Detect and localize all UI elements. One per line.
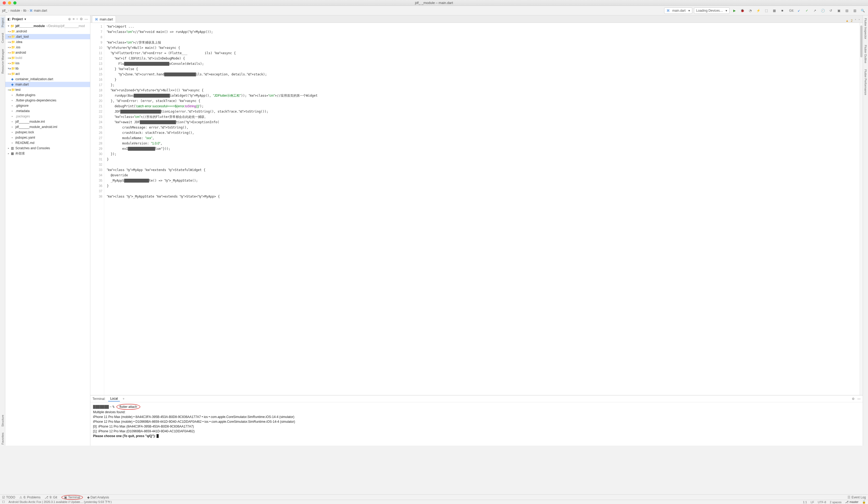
tree-item[interactable]: ◆main.dart xyxy=(5,82,90,87)
main-split: Project Commit Resource Manager Structur… xyxy=(0,15,868,445)
editor-gutter[interactable]: 1789101112131415161718192021222324252627… xyxy=(90,23,104,395)
bottom-tab-problems[interactable]: ⚠ 6: Problems xyxy=(19,495,40,499)
tree-item[interactable]: ▸▸📁.idea xyxy=(5,39,90,45)
avs-icon-2[interactable]: ▤ xyxy=(844,8,850,14)
tree-item[interactable]: ▫.flutter-plugins-dependencies xyxy=(5,98,90,103)
left-tab-resource-manager[interactable]: Resource Manager xyxy=(1,48,5,75)
tree-item[interactable]: ▫.gitignore xyxy=(5,103,90,108)
hide-icon[interactable]: — xyxy=(84,17,88,21)
editor-tabs: ⌘main.dart ▲ 2 ˄ ˅ xyxy=(90,15,863,23)
run-config-combo[interactable]: ⌘main.dart▾ xyxy=(664,8,692,14)
bottom-tab-terminal[interactable]: ▣ Terminal xyxy=(61,495,83,500)
locate-icon[interactable]: ⊕ xyxy=(68,17,71,21)
run-config-label: main.dart xyxy=(672,9,686,12)
search-icon[interactable]: 🔍 xyxy=(859,8,866,14)
tree-item[interactable]: ▫jdf______module_android.iml xyxy=(5,124,90,129)
next-highlight-icon[interactable]: ˅ xyxy=(858,19,860,23)
bottom-tab-todo[interactable]: ☑ TODO xyxy=(2,495,15,499)
traffic-lights xyxy=(3,1,17,4)
breadcrumb-segment[interactable]: jdf_ xyxy=(2,9,7,12)
tree-item[interactable]: ▸▸📁.dart_tool xyxy=(5,34,90,39)
git-branch[interactable]: ⎇ master xyxy=(845,500,858,504)
bottom-tool-tabs: ☑ TODO ⚠ 6: Problems ⎇ 9: Git ▣ Terminal… xyxy=(0,494,868,500)
breadcrumb-segment[interactable]: main.dart xyxy=(34,9,47,12)
tree-item[interactable]: ▸▸📁act xyxy=(5,71,90,76)
settings-icon[interactable]: ⚙ xyxy=(80,17,83,21)
terminal-settings-icon[interactable]: ⚙ xyxy=(852,397,855,401)
tree-item[interactable]: ◆container_initialization.dart xyxy=(5,76,90,82)
vcs-push-icon[interactable]: ↗ xyxy=(812,8,818,14)
left-tab-project[interactable]: Project xyxy=(1,17,5,28)
device-combo[interactable]: Loading Devices…▾ xyxy=(694,8,730,14)
window-title: jdf_ _module – main.dart xyxy=(415,1,453,5)
vcs-rollback-icon[interactable]: ↺ xyxy=(828,8,834,14)
collapse-icon[interactable]: ÷ xyxy=(76,17,78,21)
code-content[interactable]: "kw">import ... "kw">class="cm">//"kw">v… xyxy=(104,23,863,395)
prev-highlight-icon[interactable]: ˄ xyxy=(855,19,856,23)
editor-tab-label: main.dart xyxy=(100,18,113,21)
vcs-history-icon[interactable]: 🕘 xyxy=(820,8,826,14)
bottom-tab-dart-analysis[interactable]: ◆ Dart Analysis xyxy=(87,495,109,499)
tree-item[interactable]: ▸▸📁test xyxy=(5,87,90,92)
stop-button[interactable]: ■ xyxy=(779,8,785,14)
breadcrumb-segment[interactable]: nodule xyxy=(10,9,20,12)
tree-item[interactable]: ▸▸📁android xyxy=(5,50,90,55)
left-tab-structure[interactable]: Structure xyxy=(1,414,5,428)
vcs-commit-icon[interactable]: ✓ xyxy=(804,8,810,14)
terminal-hide-icon[interactable]: — xyxy=(857,397,860,401)
tree-item[interactable]: ▸▸📁.android xyxy=(5,29,90,34)
tree-item[interactable]: ▫pubspec.lock xyxy=(5,129,90,135)
tree-item[interactable]: ▫jdf______module.iml xyxy=(5,119,90,124)
right-tab-outline[interactable]: Flutter Outline xyxy=(864,44,868,64)
file-encoding[interactable]: UTF-8 xyxy=(818,501,826,504)
editor-scrollbar[interactable] xyxy=(859,23,863,395)
line-separator[interactable]: LF xyxy=(810,501,814,504)
tree-root[interactable]: ▼📁jdf________module ~/Desktop/jdf_______… xyxy=(5,23,90,29)
coverage-button[interactable]: ◔ xyxy=(747,8,753,14)
terminal-body[interactable]: ███████ ~ % flutter attachMultiple devic… xyxy=(90,402,863,445)
run-button[interactable]: ▶ xyxy=(731,8,737,14)
tree-item[interactable]: ▸▸📁ios xyxy=(5,61,90,66)
vcs-update-icon[interactable]: ↙ xyxy=(796,8,802,14)
zoom-window-icon[interactable] xyxy=(13,1,17,4)
tree-item[interactable]: ▫.metadata xyxy=(5,108,90,114)
bottom-tab-event-log[interactable]: ☷ Event Log xyxy=(848,495,866,499)
editor-inspection-widget[interactable]: ▲ 2 ˄ ˅ xyxy=(845,19,860,23)
terminal-header: Terminal: Local + ⚙ — xyxy=(90,396,863,402)
expand-icon[interactable]: ≡ xyxy=(73,17,75,21)
status-bar: ☐ Android Studio Arctic Fox | 2020.3.1 a… xyxy=(0,500,868,504)
tree-item[interactable]: ▸▸📁build xyxy=(5,55,90,61)
indent-indicator[interactable]: 2 spaces xyxy=(830,501,841,504)
project-tree[interactable]: ▼📁jdf________module ~/Desktop/jdf_______… xyxy=(5,23,90,445)
tree-item[interactable]: ▫README.md xyxy=(5,140,90,146)
lock-icon[interactable]: 🔒 xyxy=(862,500,866,504)
right-tab-inspector[interactable]: Flutter Inspector xyxy=(864,17,868,40)
minimize-window-icon[interactable] xyxy=(8,1,11,4)
tree-item[interactable]: ▼▸📁lib xyxy=(5,66,90,71)
hot-reload-button[interactable]: ⚡ xyxy=(755,8,762,14)
tree-scratches[interactable]: ▸▥Scratches and Consoles xyxy=(5,146,90,151)
terminal-tab-local[interactable]: Local xyxy=(108,396,120,401)
editor-body[interactable]: 1789101112131415161718192021222324252627… xyxy=(90,23,863,395)
caret-position[interactable]: 1:1 xyxy=(803,501,807,504)
avs-icon-1[interactable]: ▣ xyxy=(836,8,842,14)
debug-button[interactable]: 🐞 xyxy=(739,8,745,14)
editor-tab-main[interactable]: ⌘main.dart xyxy=(92,16,116,23)
left-tab-favorites[interactable]: Favorites xyxy=(1,431,5,445)
terminal-add-tab[interactable]: + xyxy=(123,397,124,401)
tree-item[interactable]: ▸▸📁.ios xyxy=(5,45,90,50)
breadcrumb-segment[interactable]: lib xyxy=(23,9,26,12)
attach-button[interactable]: ⬚ xyxy=(763,8,769,14)
bottom-tab-git[interactable]: ⎇ 9: Git xyxy=(45,495,57,499)
profiler-button[interactable]: ▦ xyxy=(771,8,777,14)
left-tab-commit[interactable]: Commit xyxy=(1,32,5,44)
close-window-icon[interactable] xyxy=(3,1,6,4)
tree-item[interactable]: ▫pubspec.yaml xyxy=(5,135,90,140)
tree-external-libs[interactable]: ▸▦外部库 xyxy=(5,151,90,156)
tree-item[interactable]: ▫.flutter-plugins xyxy=(5,92,90,98)
avs-icon-3[interactable]: ▥ xyxy=(851,8,858,14)
scrollbar-thumb[interactable] xyxy=(860,25,862,57)
tree-item[interactable]: ▫.packages xyxy=(5,114,90,119)
editor-area: ⌘main.dart ▲ 2 ˄ ˅ 178910111213141516171… xyxy=(90,15,863,445)
right-tab-performance[interactable]: Flutter Performance xyxy=(864,68,868,96)
